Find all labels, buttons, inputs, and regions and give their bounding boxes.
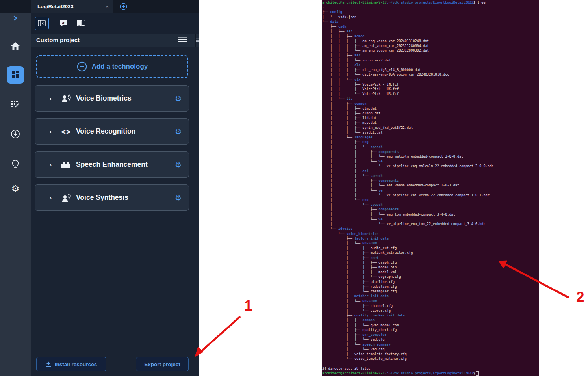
sidebar-item-editor[interactable] (0, 98, 31, 111)
tree-file-name: clc_enu_cfg3_v14_8_000000.dat (362, 68, 421, 72)
sidebar-item-downloads[interactable] (0, 127, 31, 141)
tree-line: │ │ └── ctx (322, 77, 539, 82)
tree-line: │ └── speech (322, 202, 539, 207)
technology-card-speech-enhancement[interactable]: › Speech Enhancement ⚙ (35, 151, 189, 178)
tree-line: │ │ ├── graph.cfg (322, 260, 539, 265)
tree-connector: ├── (322, 294, 354, 298)
home-icon (11, 42, 20, 50)
tree-connector: │ └── (322, 15, 338, 19)
chevron-right-icon (13, 15, 18, 21)
tree-line: │ │ └── ve (322, 188, 539, 193)
panel-menu-button[interactable] (178, 36, 187, 44)
project-tab-bar: LogiRetail2023 × (31, 0, 199, 13)
tree-file-name: eni_veena_embedded-compact_1-0-1.dat (387, 183, 459, 187)
tree-file-name: VoicePick - UK.fcf (362, 87, 399, 91)
tree-connector: │ ├── (322, 207, 378, 211)
sidebar-expand-button[interactable] (0, 11, 31, 25)
tree-line: │ ├── common (322, 101, 539, 106)
install-resources-button[interactable]: Install resources (36, 357, 106, 371)
technology-settings-gear-icon[interactable]: ⚙ (175, 94, 182, 103)
tree-file-name: dict-asr-eng-USA_vocon_car_202403201810.… (362, 73, 449, 76)
export-project-label: Export project (144, 361, 180, 367)
tree-file-name: msp.dat (362, 121, 377, 125)
tree-line: │ ├── eng (322, 140, 539, 144)
tree-connector: │ ├── (322, 140, 362, 144)
tree-file-name: melbank_extractor.cfg (371, 251, 413, 255)
phonetics-button[interactable]: æ (57, 17, 70, 30)
tree-connector: │ │ ├── (322, 126, 362, 130)
tree-directory-name: snr_computer (362, 333, 386, 337)
tree-connector: │ │ ├── (322, 82, 362, 86)
tree-line: │ │ │ └── dict-asr-eng-USA_vocon_car_202… (322, 72, 539, 77)
prompt-segment: architect@architect-Elimina-V-17 (322, 0, 387, 4)
panel-view-button[interactable] (35, 17, 49, 30)
tree-line: │ └── RB5SDNW (322, 241, 539, 246)
tree-connector: │ │ │ └── (322, 58, 362, 62)
chevron-right-icon[interactable]: › (50, 95, 52, 102)
tree-connector: │ │ └── (322, 145, 371, 149)
sidebar-item-tips[interactable] (0, 158, 31, 171)
blank-line (322, 361, 539, 366)
tree-directory-name: components (378, 150, 399, 154)
tree-directory-name: speech (371, 174, 383, 178)
tree-line: . (322, 5, 539, 9)
tree-directory-name: matcher_init_data (354, 294, 389, 298)
export-project-button[interactable]: Export project (136, 357, 189, 371)
sidebar-item-settings[interactable]: ⚙ (0, 182, 31, 195)
technology-settings-gear-icon[interactable]: ⚙ (175, 194, 182, 202)
technology-label: Voice Recognition (76, 127, 135, 136)
tree-directory-name: asr (354, 53, 360, 57)
new-tab-button[interactable] (120, 3, 127, 10)
technology-settings-gear-icon[interactable]: ⚙ (175, 127, 182, 136)
tree-connector: │ ├── (322, 280, 371, 284)
technology-settings-gear-icon[interactable]: ⚙ (175, 160, 182, 169)
panel-header: Custom project (31, 34, 199, 47)
panel-footer: Install resources Export project (31, 352, 199, 376)
tab-close-icon[interactable]: × (105, 3, 109, 10)
sidebar-item-home[interactable] (0, 39, 31, 53)
add-technology-button[interactable]: Add a technology (36, 55, 188, 78)
tree-directory-name: common (354, 102, 367, 106)
tree-connector: │ └── (322, 289, 371, 293)
sidebar-item-projects-selected[interactable] (0, 66, 31, 84)
tab-logiretail2023[interactable]: LogiRetail2023 × (31, 0, 113, 13)
tree-file-name: graph.cfg (378, 261, 397, 264)
tree-file-name: voice_template_factory.cfg (354, 352, 407, 356)
chevron-right-icon[interactable]: › (50, 194, 52, 201)
tree-directory-name: ctx (354, 78, 360, 82)
tree-file-name: sysdct.dat (362, 130, 382, 134)
tree-connector: └── (322, 357, 354, 361)
tree-file-name: clmnn.dat (362, 111, 380, 115)
documentation-button[interactable] (74, 17, 88, 30)
terminal-window[interactable]: architect@architect-Elimina-V-17:~/vdk_s… (322, 0, 539, 376)
tree-file-name: channel.cfg (371, 304, 393, 308)
terminal-cursor (476, 371, 479, 376)
tree-file-name: ovgraph.cfg (378, 275, 401, 279)
tree-directory-name: components (378, 179, 399, 182)
tree-file-name: synth_med_fxd_bet3f22.dat (362, 126, 413, 130)
technology-card-voice-biometrics[interactable]: › Voice Biometrics ⚙ (35, 85, 189, 112)
tree-directory-name: idvoice (338, 227, 352, 231)
chevron-right-icon[interactable]: › (50, 128, 52, 135)
tree-line: │ │ └── speech (322, 145, 539, 149)
tree-connector: │ │ ├── (322, 270, 378, 274)
tree-file-name: voice_template_matcher.cfg (354, 357, 407, 361)
tree-connector: │ │ │ └── (322, 154, 387, 158)
technology-card-voice-recognition[interactable]: › <> Voice Recognition ⚙ (35, 118, 189, 145)
tree-file-name: scorer.cfg (371, 309, 391, 313)
tree-directory-name: RB5SDNW (362, 241, 377, 245)
tree-connector: │ │ ├── (322, 265, 378, 269)
technology-card-voice-synthesis[interactable]: › Voice Synthesis ⚙ (35, 184, 189, 211)
tree-connector: │ └── (322, 299, 362, 303)
tree-connector: │ │ │ └── (322, 48, 362, 52)
upload-icon (46, 361, 51, 367)
tree-connector: │ └── (322, 241, 362, 245)
chevron-right-icon[interactable]: › (50, 161, 52, 168)
tree-line: │ │ └── VoicePick - US.fcf (322, 91, 539, 96)
tree-line: │ │ ├── asr (322, 53, 539, 58)
tree-connector: │ │ └── (322, 193, 387, 197)
tree-directory-name: acmod (354, 34, 365, 38)
technology-label: Voice Biometrics (76, 94, 132, 102)
tree-directory-name: ve (378, 217, 382, 221)
tree-line: │ ├── audio_cut.cfg (322, 246, 539, 250)
